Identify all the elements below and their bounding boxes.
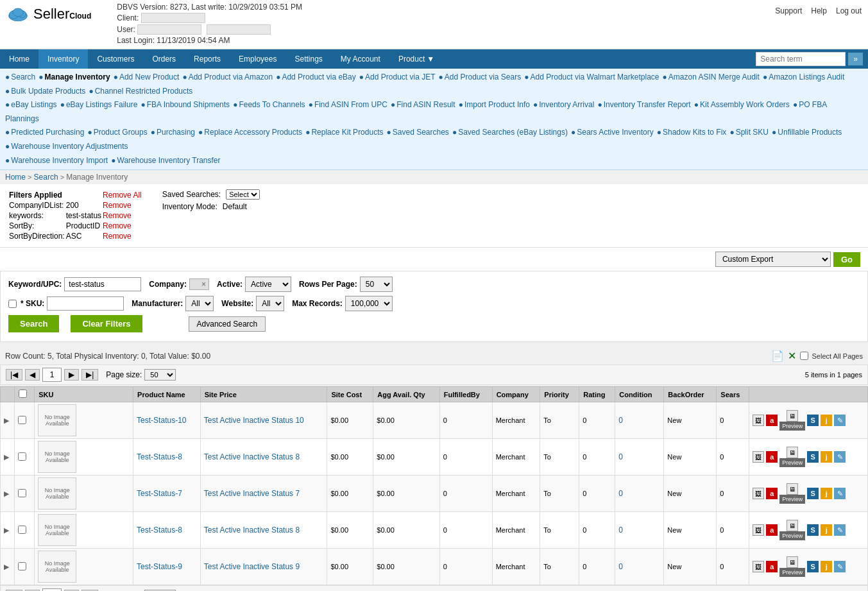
product-name-link[interactable]: Test Active Inactive Status 8 [204, 452, 300, 461]
subnav-add-product-walmart[interactable]: Add Product via Walmart Marketplace [531, 73, 660, 81]
row-checkbox[interactable] [18, 452, 26, 461]
remove-sortby-dir[interactable]: Remove [103, 232, 132, 241]
subnav-ebay-listings[interactable]: eBay Listings [11, 100, 56, 109]
nav-reports[interactable]: Reports [185, 49, 230, 69]
amazon-icon[interactable]: a [766, 561, 778, 572]
row-checkbox[interactable] [18, 416, 26, 424]
nav-home[interactable]: Home [0, 49, 38, 69]
advanced-search-button[interactable]: Advanced Search [189, 316, 266, 332]
remove-keywords[interactable]: Remove [103, 211, 132, 220]
user-input2[interactable] [207, 24, 271, 35]
rows-per-page-select[interactable]: 50 10 25 100 [360, 277, 393, 292]
remove-sortby[interactable]: Remove [103, 221, 132, 230]
active-select[interactable]: Active Inactive All [245, 277, 291, 292]
nav-my-account[interactable]: My Account [332, 49, 389, 69]
nav-inventory[interactable]: Inventory [38, 49, 88, 69]
j-icon[interactable]: j [821, 488, 832, 499]
help-link[interactable]: Help [811, 6, 827, 15]
next-page-button[interactable]: ▶ [64, 369, 79, 381]
subnav-replace-kit[interactable]: Replace Kit Products [311, 128, 383, 137]
subnav-import-product-info[interactable]: Import Product Info [464, 100, 530, 109]
image-icon[interactable]: 🖼 [753, 488, 764, 499]
image-icon[interactable]: 🖼 [753, 415, 764, 426]
row-expand[interactable]: ▶ [1, 439, 15, 475]
nav-customers[interactable]: Customers [88, 49, 143, 69]
image-icon[interactable]: 🖼 [753, 524, 764, 536]
clear-filters-button[interactable]: Clear Filters [71, 315, 142, 332]
select-all-checkbox[interactable] [19, 390, 27, 398]
website-select[interactable]: All [256, 296, 284, 311]
sku-link[interactable]: Test-Status-9 [137, 562, 182, 571]
subnav-inventory-transfer-report[interactable]: Inventory Transfer Report [604, 100, 691, 109]
preview-icon[interactable]: 🖥 [787, 410, 798, 422]
nav-product[interactable]: Product ▼ [389, 49, 443, 69]
subnav-replace-accessory[interactable]: Replace Accessory Products [204, 128, 302, 137]
edit-icon[interactable]: ✎ [834, 524, 846, 536]
prev-page-button[interactable]: ◀ [25, 369, 40, 381]
preview-icon[interactable]: 🖥 [787, 483, 798, 495]
s-icon[interactable]: S [807, 561, 819, 572]
row-expand[interactable]: ▶ [1, 549, 15, 585]
j-icon[interactable]: j [821, 524, 832, 536]
remove-company-id[interactable]: Remove [103, 201, 132, 210]
sku-link[interactable]: Test-Status-8 [137, 526, 182, 535]
preview-button[interactable]: Preview [779, 531, 805, 540]
client-input[interactable] [141, 13, 205, 23]
keyword-input[interactable] [64, 277, 141, 291]
max-records-select[interactable]: 100,000 [345, 296, 393, 311]
subnav-sears-active[interactable]: Sears Active Inventory [577, 128, 653, 137]
row-expand[interactable]: ▶ [1, 512, 15, 549]
nav-search-button[interactable]: » [848, 53, 863, 65]
j-icon[interactable]: j [821, 451, 832, 463]
subnav-saved-searches[interactable]: Saved Searches [393, 128, 449, 137]
subnav-manage-inventory[interactable]: Manage Inventory [45, 73, 110, 81]
subnav-split-sku[interactable]: Split SKU [736, 128, 769, 137]
breadcrumb-search[interactable]: Search [34, 173, 58, 182]
row-expand[interactable]: ▶ [1, 475, 15, 512]
subnav-saved-searches-ebay[interactable]: Saved Searches (eBay Listings) [458, 128, 568, 137]
product-name-link[interactable]: Test Active Inactive Status 8 [204, 526, 300, 535]
edit-icon[interactable]: ✎ [834, 451, 846, 463]
subnav-warehouse-inv-import[interactable]: Warehouse Inventory Import [11, 156, 108, 165]
saved-searches-select[interactable]: Select [226, 189, 260, 200]
subnav-add-product-jet[interactable]: Add Product via JET [365, 73, 435, 81]
subnav-find-asin-result[interactable]: Find ASIN Result [396, 100, 455, 109]
subnav-amazon-asin-merge[interactable]: Amazon ASIN Merge Audit [668, 73, 760, 81]
preview-icon[interactable]: 🖥 [787, 556, 798, 568]
amazon-icon[interactable]: a [766, 451, 778, 463]
subnav-amazon-listings-audit[interactable]: Amazon Listings Audit [769, 73, 844, 81]
subnav-search[interactable]: Search [11, 73, 35, 81]
preview-button[interactable]: Preview [779, 568, 805, 577]
j-icon[interactable]: j [821, 415, 832, 426]
subnav-shadow-kits[interactable]: Shadow Kits to Fix [663, 128, 726, 137]
subnav-warehouse-inv-adj[interactable]: Warehouse Inventory Adjustments [11, 142, 128, 151]
nav-employees[interactable]: Employees [230, 49, 285, 69]
sku-checkbox[interactable] [8, 300, 17, 308]
subnav-purchasing[interactable]: Purchasing [157, 128, 195, 137]
image-icon[interactable]: 🖼 [753, 561, 764, 572]
sku-link[interactable]: Test-Status-8 [137, 452, 182, 461]
edit-icon[interactable]: ✎ [834, 415, 846, 426]
subnav-inventory-arrival[interactable]: Inventory Arrival [539, 100, 594, 109]
page-number-input-bottom[interactable] [42, 588, 62, 591]
s-icon[interactable]: S [807, 488, 819, 499]
subnav-product-groups[interactable]: Product Groups [94, 128, 148, 137]
user-input[interactable] [137, 24, 201, 35]
s-icon[interactable]: S [807, 451, 819, 463]
search-button[interactable]: Search [8, 315, 59, 332]
subnav-ebay-listings-failure[interactable]: eBay Listings Failure [66, 100, 137, 109]
s-icon[interactable]: S [807, 524, 819, 536]
amazon-icon[interactable]: a [766, 415, 778, 426]
s-icon[interactable]: S [807, 415, 819, 426]
breadcrumb-home[interactable]: Home [5, 173, 26, 182]
subnav-channel-restricted[interactable]: Channel Restricted Products [95, 87, 193, 96]
subnav-unfillable[interactable]: Unfillable Products [778, 128, 842, 137]
edit-icon[interactable]: ✎ [834, 561, 846, 572]
subnav-find-asin-upc[interactable]: Find ASIN From UPC [314, 100, 387, 109]
subnav-predicted-purchasing[interactable]: Predicted Purchasing [11, 128, 84, 137]
page-number-input[interactable] [42, 368, 62, 382]
go-button[interactable]: Go [833, 252, 860, 267]
page-size-select[interactable]: 50 10 25 100 [144, 369, 176, 381]
select-all-pages-checkbox[interactable] [800, 352, 808, 360]
edit-icon[interactable]: ✎ [834, 488, 846, 499]
